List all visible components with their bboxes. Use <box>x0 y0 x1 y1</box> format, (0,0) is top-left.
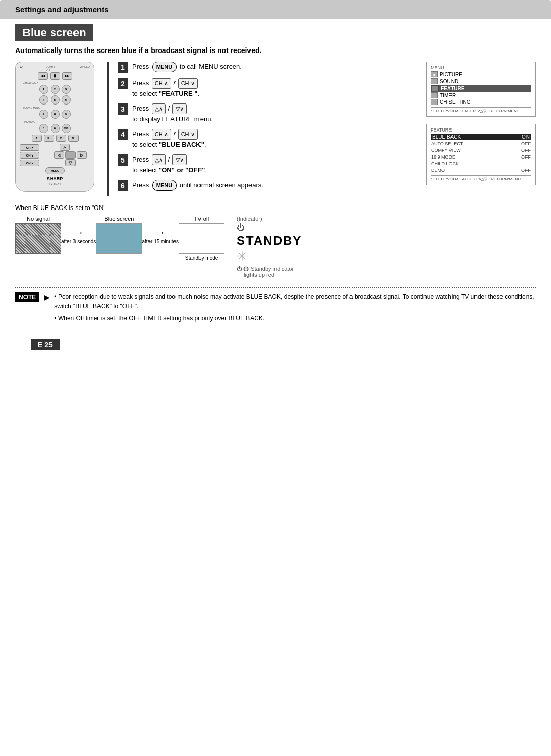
remote-btn-7[interactable]: 7 <box>39 110 48 119</box>
step-4-number: 4 <box>118 129 128 140</box>
note-section: NOTE ▶ • Poor reception due to weak sign… <box>15 292 536 324</box>
remote-btn-ch-dn[interactable]: CH ∨ <box>20 152 39 159</box>
diagram-flow: No signal → after 3 seconds Blue screen … <box>15 216 536 278</box>
page-title-box: Blue screen <box>15 24 93 41</box>
section-label: Settings and adjustments <box>15 5 536 14</box>
menu1-item-chsetting: CH·SETTING <box>440 99 471 105</box>
remote-illustration: ⏻ COMFYOFF TV/VIDEO ◀◀ ▐▌ ▶▶ CHILD LOCK … <box>15 62 107 196</box>
remote-btn-ch-up[interactable]: CH ∧ <box>20 144 39 151</box>
sun-icon: ✳ <box>237 249 248 265</box>
vol-dn-btn-step5[interactable]: ▽∨ <box>172 154 187 165</box>
ch-dn-btn-step2[interactable]: CH ∨ <box>178 78 198 89</box>
diagram-arrow2: → <box>155 227 165 239</box>
remote-nav-center[interactable] <box>65 151 76 159</box>
menu-button-step6[interactable]: MENU <box>152 180 177 191</box>
remote-btn-2[interactable]: 2 <box>51 85 60 94</box>
vol-dn-btn-step3[interactable]: ▽∨ <box>172 103 187 114</box>
note-arrow-icon: ▶ <box>44 292 50 303</box>
remote-nav-up[interactable]: △ <box>60 144 70 151</box>
menu2-title: FEATURE <box>431 127 531 133</box>
remote-btn-right[interactable]: ▶▶ <box>62 72 72 80</box>
remote-btn-mid[interactable]: ▐▌ <box>50 72 60 80</box>
step-2: 2 Press CH ∧ / CH ∨ to select "FEATURE "… <box>118 78 421 98</box>
menu2-value-comfyview: OFF <box>521 148 531 153</box>
remote-btn-dashes[interactable]: 0/10 <box>62 124 71 133</box>
remote-btn-ch-dn2[interactable]: CH ∨ <box>20 160 39 166</box>
menu1-icon-chsetting <box>431 99 438 105</box>
menu1-icon-sound <box>431 78 438 84</box>
step-5: 5 Press △∧ / ▽∨ to select "ON" or "OFF". <box>118 154 421 175</box>
diagram-after3sec: after 3 seconds <box>61 239 96 244</box>
page-number-wrap: E 25 <box>15 334 536 355</box>
diagram-no-signal-label: No signal <box>27 216 50 222</box>
menu2-bottom: SELECT:VCH∧ ADJUST:V△▽ RETURN:MENU <box>431 175 531 181</box>
remote-btn-a[interactable]: A <box>32 135 42 142</box>
ch-dn-btn-step4[interactable]: CH ∨ <box>178 129 198 140</box>
menu2-item-comfyview: COMFY VIEW <box>431 148 461 153</box>
remote-num-row2: 4 5 6 <box>20 95 90 105</box>
menu2-item-childlock: CHILD LOCK <box>431 161 459 166</box>
step-5-number: 5 <box>118 154 128 166</box>
remote-btn-d[interactable]: D <box>68 135 79 142</box>
vol-up-btn-step5[interactable]: △∧ <box>152 154 166 165</box>
diagram-when-label: When BLUE BACK is set to "ON" <box>15 204 536 212</box>
step-2-content: Press CH ∧ / CH ∨ to select "FEATURE ". <box>132 78 199 98</box>
remote-btn-6[interactable]: 6 <box>62 95 71 105</box>
diagram-arrow1: → <box>73 227 84 239</box>
remote-btn-c[interactable]: C <box>56 135 66 142</box>
remote-btn-8[interactable]: 8 <box>51 110 60 119</box>
subtitle: Automatically turns the screen blue if a… <box>15 46 536 55</box>
vol-up-btn-step3[interactable]: △∧ <box>152 103 166 114</box>
section-header: Settings and adjustments <box>0 0 551 19</box>
diagram-arrow2-col: → after 15 minutes <box>142 216 179 244</box>
remote-btn-9[interactable]: 9 <box>62 110 71 119</box>
ch-up-btn-step4[interactable]: CH ∧ <box>152 129 171 140</box>
remote-num-row3: 7 8 9 <box>20 110 90 119</box>
menu2-item-blueback: BLUE BACK <box>432 134 461 140</box>
step-6-number: 6 <box>118 180 128 191</box>
standby-text: STANDBY <box>237 233 302 248</box>
remote-body: ⏻ COMFYOFF TV/VIDEO ◀◀ ▐▌ ▶▶ CHILD LOCK … <box>15 62 94 192</box>
remote-nav-down[interactable]: ▽ <box>65 159 76 166</box>
menu-screen-1: MENU ▣ PICTURE SOUND FEATURE TIMER CH·SE… <box>426 62 536 117</box>
menu1-icon-timer <box>431 92 438 98</box>
diagram-arrow1-col: → after 3 seconds <box>61 216 96 244</box>
diagram-tv-off-label: TV off <box>194 216 209 222</box>
remote-nav-right[interactable]: ▷ <box>77 151 87 159</box>
remote-btn-3[interactable]: 3 <box>62 85 71 94</box>
remote-nav-left[interactable]: ◁ <box>54 151 64 159</box>
step-1-content: Press MENU to call MENU screen. <box>132 62 242 72</box>
remote-btn-b[interactable]: B <box>44 135 54 142</box>
remote-btn-5b[interactable]: 5 <box>39 124 48 133</box>
ch-up-btn-step2[interactable]: CH ∧ <box>152 78 171 89</box>
menu1-item-feature: FEATURE <box>441 86 464 91</box>
step-3-content: Press △∧ / ▽∨ to display FEATURE menu. <box>132 103 213 124</box>
page-title: Blue screen <box>22 26 86 39</box>
menu2-item-169mode: 16:9 MODE <box>431 154 455 160</box>
remote-label-tv: TV/VIDEO <box>78 65 90 71</box>
step-2-number: 2 <box>118 78 128 89</box>
menu-button-step1[interactable]: MENU <box>152 62 177 72</box>
remote-btn-0[interactable]: 0 <box>51 124 60 133</box>
steps-and-divider: 1 Press MENU to call MENU screen. 2 Pres… <box>107 62 426 196</box>
menu1-item-picture: PICTURE <box>440 72 462 77</box>
menu2-value-blueback: ON <box>522 134 530 140</box>
step-6-content: Press MENU until normal screen appears. <box>132 180 263 191</box>
menu2-value-demo: OFF <box>521 168 531 173</box>
step-1: 1 Press MENU to call MENU screen. <box>118 62 421 73</box>
vertical-divider <box>107 62 109 196</box>
power-icon: ⏻ <box>237 223 245 232</box>
note-divider <box>15 287 536 288</box>
remote-label-comfy: COMFYOFF <box>46 65 55 71</box>
step-4-content: Press CH ∧ / CH ∨ to select "BLUE BACK". <box>132 129 206 149</box>
diagram-blue-screen: Blue screen <box>96 216 142 254</box>
remote-num-row1: 1 2 3 <box>20 85 90 94</box>
menu1-item-sound: SOUND <box>440 79 458 84</box>
remote-btn-5[interactable]: 5 <box>51 95 60 105</box>
remote-btn-4[interactable]: 4 <box>39 95 48 105</box>
remote-btn-menu[interactable]: MENU <box>45 167 65 174</box>
remote-btn-left[interactable]: ◀◀ <box>38 72 48 80</box>
diagram-blue-screen-label: Blue screen <box>104 216 134 222</box>
menu2-item-demo: DEMO <box>431 168 445 173</box>
remote-btn-1[interactable]: 1 <box>39 85 48 94</box>
